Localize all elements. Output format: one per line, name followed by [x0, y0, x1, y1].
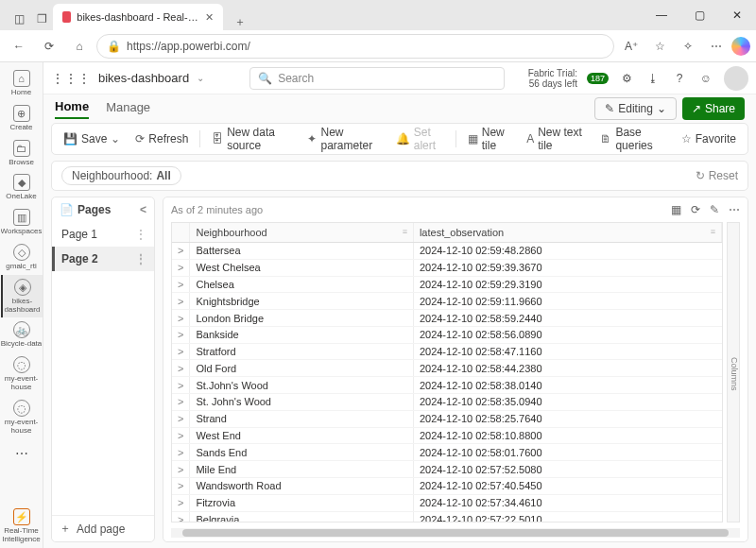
- table-row[interactable]: >Chelsea2024-12-10 02:59:29.3190: [172, 276, 722, 293]
- visual-edit-icon[interactable]: ✎: [710, 203, 719, 216]
- add-page-button[interactable]: ＋ Add page: [52, 515, 154, 541]
- minimize-button[interactable]: —: [643, 0, 680, 30]
- search-input[interactable]: 🔍 Search: [249, 67, 505, 90]
- col-header-neighbourhood[interactable]: Neighbourhood≡: [190, 223, 413, 243]
- read-aloud-icon[interactable]: A⁺: [618, 33, 644, 60]
- page-item[interactable]: Page 1⋮: [52, 222, 154, 247]
- new-data-source-button[interactable]: 🗄New data source: [206, 123, 298, 155]
- expand-row-icon[interactable]: >: [172, 444, 190, 461]
- rail-item-gmalc-rti[interactable]: ◇gmalc_rti: [1, 240, 43, 275]
- table-row[interactable]: >London Bridge2024-12-10 02:58:59.2440: [172, 310, 722, 327]
- rail-item-onelake[interactable]: ◆OneLake: [1, 170, 43, 205]
- share-button[interactable]: ↗ Share: [682, 97, 745, 120]
- expand-row-icon[interactable]: >: [172, 477, 190, 494]
- table-row[interactable]: >Battersea2024-12-10 02:59:48.2860: [172, 243, 722, 260]
- tabs-icon[interactable]: ❐: [30, 8, 53, 30]
- table-row[interactable]: >Mile End2024-12-10 02:57:52.5080: [172, 461, 722, 478]
- table-row[interactable]: >Wandsworth Road2024-12-10 02:57:40.5450: [172, 477, 722, 494]
- expand-row-icon[interactable]: >: [172, 494, 190, 511]
- url-field[interactable]: 🔒 https://app.powerbi.com/: [96, 34, 614, 59]
- visual-grid-icon[interactable]: ▦: [671, 203, 681, 216]
- expand-row-icon[interactable]: >: [172, 259, 190, 276]
- user-avatar[interactable]: [724, 66, 748, 91]
- page-menu-icon[interactable]: ⋮: [135, 228, 146, 241]
- tab-manage[interactable]: Manage: [106, 100, 150, 118]
- feedback-icon[interactable]: ☺: [697, 70, 714, 87]
- favorite-icon[interactable]: ☆: [646, 33, 673, 60]
- filter-chip-neighbourhood[interactable]: Neighbourhood:All: [61, 166, 181, 185]
- rail-item-bicycle-data[interactable]: 🚲Bicycle-data: [1, 317, 43, 352]
- expand-row-icon[interactable]: >: [172, 427, 190, 444]
- more-icon[interactable]: ⋯: [703, 33, 730, 60]
- rail-item-my-event-house[interactable]: ◌my-event-house: [1, 396, 43, 439]
- close-window-button[interactable]: ✕: [718, 0, 756, 30]
- favorite-button[interactable]: ☆Favorite: [676, 129, 742, 148]
- horizontal-scrollbar[interactable]: [171, 528, 740, 538]
- maximize-button[interactable]: ▢: [680, 0, 718, 30]
- visual-refresh-icon[interactable]: ⟳: [691, 203, 700, 216]
- expand-row-icon[interactable]: >: [172, 310, 190, 327]
- base-queries-button[interactable]: 🗎Base queries: [594, 123, 671, 155]
- new-tab-button[interactable]: ＋: [229, 14, 251, 30]
- download-icon[interactable]: ⭳: [644, 70, 662, 87]
- refresh-button[interactable]: ⟳: [36, 33, 62, 60]
- rail-item-home[interactable]: ⌂Home: [1, 66, 43, 101]
- expand-row-icon[interactable]: >: [172, 511, 190, 522]
- tab-close-icon[interactable]: ✕: [205, 11, 214, 24]
- visual-more-icon[interactable]: ⋯: [729, 203, 740, 216]
- table-row[interactable]: >Sands End2024-12-10 02:58:01.7600: [172, 444, 722, 461]
- expand-row-icon[interactable]: >: [172, 377, 190, 394]
- collapse-pages-icon[interactable]: <: [140, 203, 146, 216]
- table-row[interactable]: >Belgravia2024-12-10 02:57:22.5010: [172, 511, 722, 522]
- extensions-icon[interactable]: ✧: [675, 33, 701, 60]
- table-row[interactable]: >Strand2024-12-10 02:58:25.7640: [172, 410, 722, 427]
- expand-row-icon[interactable]: >: [172, 343, 190, 360]
- table-row[interactable]: >Knightsbridge2024-12-10 02:59:11.9660: [172, 293, 722, 310]
- rail-item-bikes-dashboard[interactable]: ◈bikes-dashboard: [1, 275, 43, 318]
- rail-overflow[interactable]: ⋯: [15, 440, 28, 467]
- help-icon[interactable]: ?: [671, 70, 688, 87]
- reset-filters-button[interactable]: ↻ Reset: [696, 169, 738, 182]
- rail-item-rti[interactable]: ⚡ Real-Time Intelligence: [1, 505, 43, 548]
- editing-mode-button[interactable]: ✎ Editing ⌄: [594, 97, 677, 120]
- title-chevron-icon[interactable]: ⌄: [197, 73, 204, 83]
- expand-row-icon[interactable]: >: [172, 243, 190, 260]
- expand-row-icon[interactable]: >: [172, 293, 190, 310]
- rail-item-workspaces[interactable]: ▥Workspaces: [1, 205, 43, 240]
- rail-item-my-event-house[interactable]: ◌my-event-house: [1, 352, 43, 396]
- new-tile-button[interactable]: ▦New tile: [462, 123, 517, 155]
- expand-row-icon[interactable]: >: [172, 394, 190, 411]
- expand-row-icon[interactable]: >: [172, 410, 190, 427]
- data-table[interactable]: Neighbourhood≡ latest_observation≡ >Batt…: [171, 222, 723, 522]
- expand-row-icon[interactable]: >: [172, 360, 190, 377]
- page-menu-icon[interactable]: ⋮: [135, 252, 146, 265]
- browser-tab[interactable]: bikes-dashboard - Real-Time Int… ✕: [53, 4, 223, 30]
- workspace-icon[interactable]: ◫: [8, 8, 30, 30]
- columns-pane-collapsed[interactable]: Columns: [727, 222, 740, 522]
- refresh-action-button[interactable]: ⟳Refresh: [129, 129, 194, 148]
- table-row[interactable]: >St. John's Wood2024-12-10 02:58:35.0940: [172, 394, 722, 411]
- save-button[interactable]: 💾Save⌄: [58, 129, 126, 148]
- new-parameter-button[interactable]: ✦New parameter: [301, 123, 386, 155]
- table-row[interactable]: >Stratford2024-12-10 02:58:47.1160: [172, 343, 722, 360]
- table-row[interactable]: >West End2024-12-10 02:58:10.8800: [172, 427, 722, 444]
- trial-badge[interactable]: 187: [587, 73, 609, 84]
- expand-row-icon[interactable]: >: [172, 461, 190, 478]
- tab-home[interactable]: Home: [55, 99, 89, 119]
- col-header-latest[interactable]: latest_observation≡: [413, 223, 721, 243]
- copilot-icon[interactable]: [731, 37, 750, 56]
- home-button[interactable]: ⌂: [66, 33, 93, 60]
- table-row[interactable]: >West Chelsea2024-12-10 02:59:39.3670: [172, 259, 722, 276]
- rail-item-create[interactable]: ⊕Create: [1, 101, 43, 136]
- expand-row-icon[interactable]: >: [172, 326, 190, 343]
- table-row[interactable]: >Fitzrovia2024-12-10 02:57:34.4610: [172, 494, 722, 511]
- new-text-tile-button[interactable]: ANew text tile: [521, 123, 591, 155]
- table-row[interactable]: >Old Ford2024-12-10 02:58:44.2380: [172, 360, 722, 377]
- table-row[interactable]: >St.John's Wood2024-12-10 02:58:38.0140: [172, 377, 722, 394]
- rail-item-browse[interactable]: 🗀Browse: [1, 136, 43, 171]
- table-row[interactable]: >Bankside2024-12-10 02:58:56.0890: [172, 326, 722, 343]
- page-item[interactable]: Page 2⋮: [52, 247, 154, 271]
- settings-icon[interactable]: ⚙: [618, 70, 635, 87]
- back-button[interactable]: ←: [6, 33, 32, 60]
- app-launcher-icon[interactable]: ⋮⋮⋮: [51, 71, 91, 86]
